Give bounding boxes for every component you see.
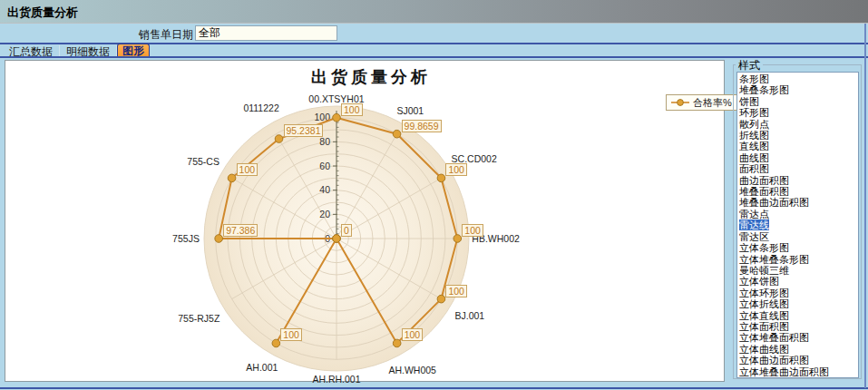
- style-option[interactable]: 立体环形图: [737, 288, 858, 298]
- category-label: SJ001: [396, 105, 424, 116]
- value-label: 100: [402, 328, 424, 341]
- category-label: BJ.001: [455, 310, 485, 321]
- style-option[interactable]: 立体曲线图: [737, 344, 858, 355]
- style-option[interactable]: 立体堆叠条形图: [737, 254, 858, 265]
- category-label: 00.XTSYH01: [308, 93, 364, 104]
- value-label: 0: [341, 224, 352, 237]
- legend-label: 合格率%: [693, 96, 732, 110]
- style-option[interactable]: 堆叠条形图: [737, 84, 858, 95]
- style-option[interactable]: 立体曲边面积图: [737, 355, 858, 366]
- category-label: AH.WH005: [388, 365, 436, 375]
- category-label: AH.001: [246, 362, 278, 373]
- value-label: 99.8659: [402, 120, 442, 132]
- style-option[interactable]: 立体堆叠曲边面积图: [737, 366, 858, 377]
- style-option[interactable]: 曲线图: [737, 152, 858, 163]
- style-option[interactable]: 曼哈顿三维: [737, 265, 858, 276]
- radar-chart: 020406080100: [5, 61, 724, 381]
- svg-text:40: 40: [319, 184, 330, 195]
- window-title: 出货质量分析: [0, 0, 78, 21]
- style-option[interactable]: 立体饼图: [737, 276, 858, 287]
- svg-text:60: 60: [319, 161, 330, 171]
- value-label: 100: [280, 328, 302, 341]
- value-label: 95.2381: [284, 124, 324, 137]
- title-bar: 出货质量分析: [0, 0, 868, 24]
- value-label: 100: [341, 103, 363, 116]
- chart-title: 出货质量分析: [311, 66, 431, 88]
- style-option[interactable]: 条形图: [737, 73, 858, 84]
- value-label: 97.386: [223, 224, 258, 237]
- category-label: 755JS: [172, 233, 200, 244]
- style-option[interactable]: 雷达点: [737, 209, 858, 219]
- legend-marker-icon: [670, 98, 690, 107]
- style-option[interactable]: 环形图: [737, 107, 858, 118]
- legend[interactable]: 合格率%: [666, 94, 738, 111]
- style-option[interactable]: 曲边面积图: [737, 175, 858, 186]
- category-label: AH.RH.001: [312, 374, 360, 385]
- style-option[interactable]: 堆叠面积图: [737, 186, 858, 197]
- style-option[interactable]: 立体条形图: [737, 242, 858, 253]
- date-filter-label: 销售单日期: [139, 27, 193, 43]
- style-option[interactable]: 堆叠曲边面积图: [737, 197, 858, 208]
- svg-text:20: 20: [319, 209, 330, 219]
- style-option[interactable]: 雷达区: [737, 231, 858, 242]
- value-label: 100: [462, 224, 483, 237]
- style-option[interactable]: 饼图: [737, 96, 858, 107]
- value-label: 100: [237, 163, 258, 176]
- style-option[interactable]: 散列点: [737, 119, 858, 130]
- style-option[interactable]: 面积图: [737, 163, 858, 174]
- category-label: 0111222: [243, 102, 278, 113]
- chart-panel: 020406080100 出货质量分析 合格率% 00.XTSYH01100SJ…: [5, 60, 725, 382]
- filter-row: 销售单日期: [0, 24, 868, 43]
- style-listbox[interactable]: 条形图堆叠条形图饼图环形图散列点折线图直线图曲线图面积图曲边面积图堆叠面积图堆叠…: [736, 72, 859, 378]
- category-label: 755-RJ5Z: [178, 313, 219, 324]
- category-label: 755-CS: [187, 156, 219, 167]
- value-label: 100: [445, 163, 467, 176]
- style-option[interactable]: 立体折线图: [737, 298, 858, 309]
- style-option[interactable]: 立体堆叠面积图: [737, 332, 858, 343]
- date-filter-input[interactable]: [195, 25, 337, 41]
- style-option[interactable]: 折线图: [737, 130, 858, 141]
- style-option[interactable]: 立体面积图: [737, 321, 858, 332]
- style-option[interactable]: 立体直线图: [737, 310, 858, 321]
- bottom-border-line: [0, 387, 868, 389]
- value-label: 100: [445, 285, 467, 297]
- right-border-line: [864, 24, 866, 388]
- style-option[interactable]: 雷达线: [737, 219, 858, 230]
- svg-text:80: 80: [319, 136, 330, 147]
- style-option[interactable]: 直线图: [737, 141, 858, 151]
